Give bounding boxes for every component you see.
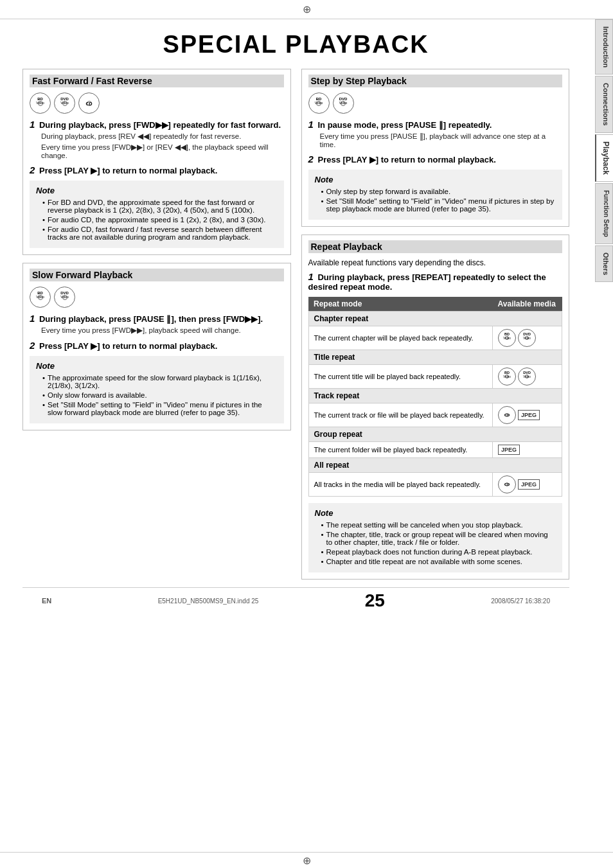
page: ⊕ Introduction Connections Playback Func… (0, 0, 613, 868)
fast-forward-note: Note For BD and DVD, the approximate spe… (30, 181, 284, 248)
group-repeat-desc: The current folder will be played back r… (308, 442, 493, 458)
slow-note-1: The approximate speed for the slow forwa… (42, 374, 278, 389)
table-row: The current track or file will be played… (308, 403, 562, 427)
title-repeat-media: BDVideo DVDVideo (493, 365, 562, 389)
main-content: SPECIAL PLAYBACK Fast Forward / Fast Rev… (0, 19, 595, 626)
fast-forward-note-2: For audio CD, the approximate speed is 1… (42, 216, 278, 224)
repeat-table-header-mode: Repeat mode (308, 297, 493, 312)
chapter-repeat-mode: Chapter repeat (308, 312, 562, 326)
jpeg-badge-group: JPEG (498, 445, 520, 455)
fast-forward-media-icons: BDVideo DVDVideo CD (30, 93, 284, 114)
table-row: Title repeat (308, 350, 562, 365)
slow-step1-text: During playback, press [PAUSE ‖], then p… (39, 314, 263, 324)
dvd-badge: DVDVideo (518, 329, 536, 347)
slow-forward-step1: 1 During playback, press [PAUSE ‖], then… (30, 313, 284, 335)
tab-introduction[interactable]: Introduction (595, 19, 613, 75)
repeat-note-1: The repeat setting will be canceled when… (321, 521, 556, 529)
fast-forward-step2: 2 Press [PLAY ▶] to return to normal pla… (30, 164, 284, 175)
repeat-note-3: Repeat playback does not function during… (321, 548, 556, 556)
tab-connections[interactable]: Connections (595, 76, 613, 133)
page-number: 25 (365, 590, 385, 611)
step2-num: 2 (30, 164, 35, 175)
fast-forward-step1: 1 During playback, press [FWD▶▶] repeate… (30, 119, 284, 159)
bottom-bar: EN E5H21UD_NB500MS9_EN.indd 25 25 2008/0… (22, 587, 569, 614)
tab-others[interactable]: Others (595, 245, 613, 282)
left-column: Fast Forward / Fast Reverse BDVideo DVDV… (22, 69, 291, 580)
bd-badge-title: BDVideo (498, 368, 516, 385)
tab-playback[interactable]: Playback (595, 134, 613, 182)
repeat-playback-title: Repeat Playback (308, 240, 563, 253)
bd-icon-step: BDVideo (308, 93, 330, 114)
group-repeat-badges: JPEG (498, 445, 556, 455)
tab-function-setup[interactable]: Function Setup (595, 183, 613, 244)
track-repeat-mode: Track repeat (308, 389, 562, 403)
repeat-table-header-media: Available media (493, 297, 562, 312)
chapter-repeat-badges: BDVideo DVDVideo (498, 329, 556, 347)
top-bar: ⊕ (0, 0, 613, 19)
table-row: Group repeat (308, 427, 562, 442)
fast-forward-section: Fast Forward / Fast Reverse BDVideo DVDV… (22, 69, 291, 255)
chapter-repeat-desc: The current chapter will be played back … (308, 326, 493, 350)
en-label: EN (42, 597, 51, 605)
fast-forward-title: Fast Forward / Fast Reverse (30, 75, 284, 87)
bottom-crosshair-icon: ⊕ (303, 855, 311, 867)
title-repeat-mode: Title repeat (308, 350, 562, 365)
repeat-note: Note The repeat setting will be canceled… (308, 503, 563, 572)
fast-forward-note-1: For BD and DVD, the approximate speed fo… (42, 199, 278, 214)
repeat-note-title: Note (315, 508, 556, 518)
sbs-step1-sub: Every time you press [PAUSE ‖], playback… (320, 132, 563, 148)
jpeg-badge-track: JPEG (518, 410, 540, 420)
slow-note-2: Only slow forward is available. (42, 391, 278, 399)
slow-step1-sub: Every time you press [FWD▶▶], playback s… (41, 326, 284, 335)
sbs-step1-text: In pause mode, press [PAUSE ‖] repeatedl… (317, 120, 492, 130)
repeat-note-2: The chapter, title, track or group repea… (321, 531, 556, 546)
step-by-step-title: Step by Step Playback (308, 75, 563, 87)
fast-forward-note-title: Note (36, 186, 278, 195)
step-by-step-media-icons: BDVideo DVDVideo (308, 93, 563, 114)
sbs-note-2: Set "Still Mode" setting to "Field" in "… (321, 197, 556, 213)
date-info: 2008/05/27 16:38:20 (491, 598, 550, 605)
table-row: Track repeat (308, 389, 562, 403)
slow-forward-note-title: Note (36, 361, 278, 371)
repeat-step1: 1 During playback, press [REPEAT] repeat… (308, 271, 563, 292)
slow-step2-text: Press [PLAY ▶] to return to normal playb… (39, 341, 217, 351)
slow-forward-note: Note The approximate speed for the slow … (30, 356, 284, 423)
sbs-note-title: Note (315, 175, 556, 184)
step2-text: Press [PLAY ▶] to return to normal playb… (39, 166, 217, 175)
slow-forward-media-icons: BDVideo DVDVideo (30, 287, 284, 308)
bd-icon: BDVideo (30, 93, 51, 114)
step-by-step-section: Step by Step Playback BDVideo DVDVideo (301, 69, 570, 227)
cd-icon: CD (78, 93, 100, 114)
bd-icon-slow: BDVideo (30, 287, 51, 308)
group-repeat-media: JPEG (493, 442, 562, 458)
track-repeat-media: CD JPEG (493, 403, 562, 427)
slow-note-3: Set "Still Mode" setting to "Field" in "… (42, 401, 278, 416)
slow-forward-section: Slow Forward Playback BDVideo DVDVideo (22, 263, 291, 430)
step-by-step-note: Note Only step by step forward is availa… (308, 170, 563, 220)
page-title: SPECIAL PLAYBACK (22, 31, 569, 58)
chapter-repeat-media: BDVideo DVDVideo (493, 326, 562, 350)
cd-badge-track: CD (498, 406, 516, 424)
bd-badge: BDVideo (498, 329, 516, 347)
repeat-table: Repeat mode Available media Chapter repe… (308, 297, 563, 497)
side-tabs: Introduction Connections Playback Functi… (595, 19, 613, 282)
step1-text: During playback, press [FWD▶▶] repeatedl… (39, 120, 281, 130)
repeat-note-4: Chapter and title repeat are not availab… (321, 558, 556, 565)
title-repeat-badges: BDVideo DVDVideo (498, 368, 556, 385)
bottom-bar-line: ⊕ (0, 852, 613, 868)
track-repeat-desc: The current track or file will be played… (308, 403, 493, 427)
step1-sub2: Every time you press [FWD▶▶] or [REV ◀◀]… (41, 143, 284, 159)
all-repeat-mode: All repeat (308, 458, 562, 473)
track-repeat-badges: CD JPEG (498, 406, 556, 424)
step-by-step-step1: 1 In pause mode, press [PAUSE ‖] repeate… (308, 119, 563, 148)
table-row: Chapter repeat (308, 312, 562, 326)
slow-forward-title: Slow Forward Playback (30, 269, 284, 281)
all-repeat-media: CD JPEG (493, 473, 562, 497)
fast-forward-note-3: For audio CD, fast forward / fast revers… (42, 226, 278, 241)
table-row: All tracks in the media will be played b… (308, 473, 562, 497)
table-row: The current chapter will be played back … (308, 326, 562, 350)
repeat-step1-text: During playback, press [REPEAT] repeated… (308, 272, 546, 292)
sbs-note-1: Only step by step forward is available. (321, 188, 556, 195)
group-repeat-mode: Group repeat (308, 427, 562, 442)
two-col-layout: Fast Forward / Fast Reverse BDVideo DVDV… (22, 69, 569, 580)
